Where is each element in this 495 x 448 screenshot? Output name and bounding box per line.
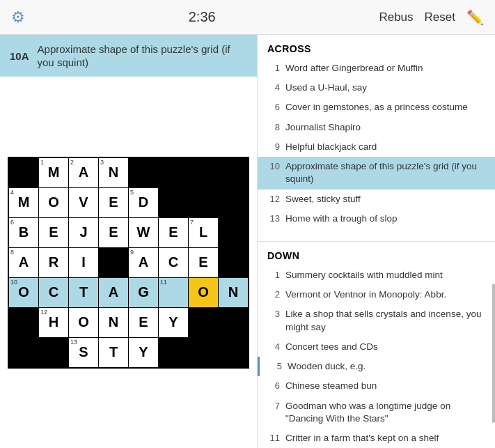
cell-r1c8[interactable] [219, 158, 248, 187]
cell-r7c5[interactable]: Y [129, 338, 158, 367]
clue-number: 5 [269, 360, 282, 373]
cell-r2c2[interactable]: O [39, 188, 68, 217]
active-clue-number: 10A [10, 50, 29, 62]
cell-r3c6[interactable]: E [159, 218, 188, 247]
down-clue-3[interactable]: 3Like a shop that sells crystals and inc… [258, 304, 495, 337]
clue-text: Vermont or Ventnor in Monopoly: Abbr. [285, 288, 485, 301]
cell-r5c3[interactable]: T [69, 278, 98, 307]
cell-r1c3[interactable]: 2A [69, 158, 98, 187]
pencil-icon[interactable]: ✏️ [466, 9, 484, 26]
cell-r6c7[interactable] [189, 308, 218, 337]
cell-r6c2[interactable]: 12H [39, 308, 68, 337]
across-clue-8[interactable]: 8Journalist Shapiro [258, 118, 495, 137]
down-clue-2[interactable]: 2Vermont or Ventnor in Monopoly: Abbr. [258, 285, 495, 304]
down-clues-list: 1Summery cocktails with muddled mint2Ver… [258, 265, 495, 448]
clue-text: Critter in a farm that's kept on a shelf [285, 432, 485, 445]
clue-text: Helpful blackjack card [285, 141, 485, 153]
cell-r4c2[interactable]: R [39, 248, 68, 277]
reset-button[interactable]: Reset [425, 10, 455, 24]
cell-r4c5[interactable]: 9A [129, 248, 158, 277]
cell-r6c1[interactable] [9, 308, 38, 337]
clue-number: 3 [267, 308, 280, 333]
cell-r3c5[interactable]: W [129, 218, 158, 247]
cell-r3c1[interactable]: 6B [9, 218, 38, 247]
gear-icon[interactable]: ⚙ [11, 8, 25, 26]
cell-r5c8[interactable]: N [219, 278, 248, 307]
rebus-button[interactable]: Rebus [379, 10, 413, 24]
scrollbar [492, 284, 495, 423]
cell-r3c7[interactable]: 7L [189, 218, 218, 247]
across-clue-13[interactable]: 13Home with a trough of slop [258, 209, 495, 229]
header-right: Rebus Reset ✏️ [379, 9, 484, 26]
across-clue-9[interactable]: 9Helpful blackjack card [258, 137, 495, 157]
clue-number: 9 [267, 141, 280, 153]
cell-r5c5[interactable]: G [129, 278, 158, 307]
across-clue-12[interactable]: 12Sweet, sticky stuff [258, 190, 495, 209]
down-clue-7[interactable]: 7Goodman who was a longtime judge on "Da… [258, 396, 495, 428]
cell-r3c3[interactable]: J [69, 218, 98, 247]
cell-r1c4[interactable]: 3N [99, 158, 128, 187]
cell-r4c6[interactable]: C [159, 248, 188, 277]
cell-r4c7[interactable]: E [189, 248, 218, 277]
crossword-grid: 1M 2A 3N 4M O V E 5D 6B E J E [8, 157, 249, 369]
cell-r3c8[interactable] [219, 218, 248, 247]
cell-r6c3[interactable]: O [69, 308, 98, 337]
cell-r5c4[interactable]: A [99, 278, 128, 307]
clue-number: 4 [267, 82, 280, 94]
cell-r7c2[interactable] [39, 338, 68, 367]
timer: 2:36 [189, 9, 216, 25]
cell-r7c1[interactable] [9, 338, 38, 367]
cell-r7c7[interactable] [189, 338, 218, 367]
cell-r1c7[interactable] [189, 158, 218, 187]
down-clue-1[interactable]: 1Summery cocktails with muddled mint [258, 265, 495, 285]
cell-r7c6[interactable] [159, 338, 188, 367]
cell-r7c4[interactable]: T [99, 338, 128, 367]
clue-number: 2 [267, 288, 280, 301]
clue-number: 1 [267, 62, 280, 75]
across-header: ACROSS [258, 40, 495, 59]
cell-r1c2[interactable]: 1M [39, 158, 68, 187]
cell-r5c6[interactable]: 11 [159, 278, 188, 307]
cell-r2c7[interactable] [189, 188, 218, 217]
clue-number: 4 [267, 341, 280, 353]
clue-text: Sweet, sticky stuff [285, 193, 485, 206]
clue-text: Home with a trough of slop [285, 213, 485, 225]
cell-r2c4[interactable]: E [99, 188, 128, 217]
cell-r4c3[interactable]: I [69, 248, 98, 277]
across-clue-10[interactable]: 10Approximate shape of this puzzle's gri… [258, 157, 495, 189]
header-left: ⚙ [11, 8, 25, 26]
cell-r5c7-active[interactable]: O [189, 278, 218, 307]
cell-r2c3[interactable]: V [69, 188, 98, 217]
cell-r7c8[interactable] [219, 338, 248, 367]
down-clue-4[interactable]: 4Concert tees and CDs [258, 337, 495, 357]
cell-r6c8[interactable] [219, 308, 248, 337]
cell-r2c5[interactable]: 5D [129, 188, 158, 217]
cell-r1c1[interactable] [9, 158, 38, 187]
clue-text: Like a shop that sells crystals and ince… [285, 308, 485, 333]
down-clue-6[interactable]: 6Chinese steamed bun [258, 376, 495, 396]
across-clue-4[interactable]: 4Used a U-Haul, say [258, 78, 495, 98]
cell-r2c6[interactable] [159, 188, 188, 217]
cell-r6c4[interactable]: N [99, 308, 128, 337]
clue-text: Summery cocktails with muddled mint [285, 269, 485, 281]
cell-r3c4[interactable]: E [99, 218, 128, 247]
clue-text: Word after Gingerbread or Muffin [285, 62, 485, 75]
cell-r4c4[interactable] [99, 248, 128, 277]
down-clue-11[interactable]: 11Critter in a farm that's kept on a she… [258, 428, 495, 448]
cell-r6c6[interactable]: Y [159, 308, 188, 337]
cell-r5c1[interactable]: 10O [9, 278, 38, 307]
cell-r2c1[interactable]: 4M [9, 188, 38, 217]
cell-r4c1[interactable]: 8A [9, 248, 38, 277]
down-clue-5[interactable]: 5Wooden duck, e.g. [258, 357, 495, 376]
across-clue-1[interactable]: 1Word after Gingerbread or Muffin [258, 59, 495, 78]
cell-r7c3[interactable]: 13S [69, 338, 98, 367]
across-clue-6[interactable]: 6Cover in gemstones, as a princess costu… [258, 98, 495, 117]
cell-r1c5[interactable] [129, 158, 158, 187]
cell-r1c6[interactable] [159, 158, 188, 187]
down-header: DOWN [258, 247, 495, 265]
cell-r6c5[interactable]: E [129, 308, 158, 337]
cell-r3c2[interactable]: E [39, 218, 68, 247]
cell-r2c8[interactable] [219, 188, 248, 217]
cell-r5c2[interactable]: C [39, 278, 68, 307]
cell-r4c8[interactable] [219, 248, 248, 277]
